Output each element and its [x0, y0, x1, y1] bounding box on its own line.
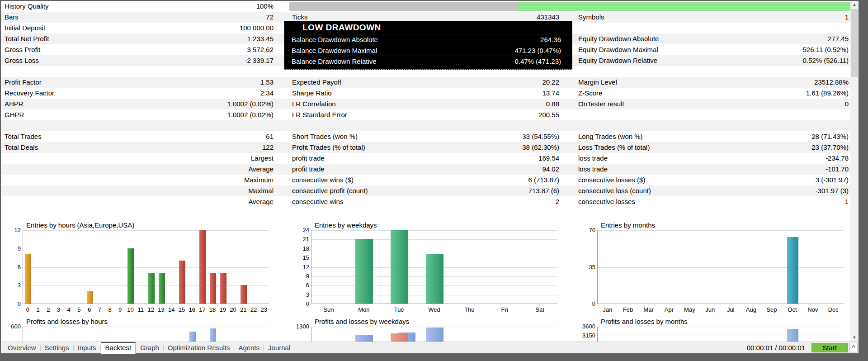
stat-cell: Margin Level23512.88% — [576, 77, 850, 88]
stat-cell: Gross Loss-2 339.17 — [1, 55, 289, 66]
chart-bar — [210, 273, 216, 304]
x-axis-tick-label: Thu — [460, 306, 478, 313]
stat-value: 526.11 (0.52%) — [803, 44, 849, 55]
tab-journal[interactable]: Journal — [264, 342, 294, 354]
chart-bar — [355, 239, 373, 304]
chart-bar — [210, 328, 216, 342]
overlay-row-label: Balance Drawdown Maximal — [292, 45, 377, 56]
stat-label: Total Net Profit — [5, 33, 49, 44]
stats-row: GHPR1.0002 (0.02%)LR Standard Error200.5… — [1, 109, 850, 120]
overlay-row: Balance Drawdown Absolute264.36 — [284, 34, 572, 45]
overlay-title: LOW DRAWDOWN — [284, 21, 572, 34]
stats-row: Averageconsecutive wins2consecutive loss… — [1, 196, 850, 207]
x-axis-tick-label: Apr — [660, 306, 678, 313]
x-axis-tick-label: Sun — [320, 306, 338, 313]
stat-label: Gross Profit — [5, 44, 40, 55]
stat-value: 20.22 — [542, 77, 559, 88]
tab-graph[interactable]: Graph — [136, 342, 163, 354]
scroll-up-icon[interactable]: ▲ — [850, 1, 859, 9]
x-axis-tick-label: Dec — [824, 306, 842, 313]
stat-value: Maximal — [248, 185, 274, 196]
y-axis-tick-label: 12 — [290, 264, 309, 271]
stat-cell: Bars72 — [1, 12, 289, 23]
stat-value: 23 (37.70%) — [811, 142, 849, 153]
chart-plot — [311, 230, 557, 304]
stat-cell — [576, 109, 850, 120]
stat-label: loss trade — [578, 164, 608, 175]
stat-cell: LR Standard Error200.55 — [289, 109, 576, 120]
overlay-row: Balance Drawdown Relative0.47% (471.23) — [284, 56, 572, 66]
tab-settings[interactable]: Settings — [41, 342, 73, 354]
stat-label: Loss Trades (% of total) — [578, 142, 650, 153]
stat-cell: Equity Drawdown Maximal526.11 (0.52%) — [576, 44, 850, 55]
stat-label: Sharpe Ratio — [292, 88, 332, 99]
stat-cell: Recovery Factor2.34 — [1, 88, 289, 99]
y-axis-tick-label: 3 — [2, 282, 21, 289]
stat-cell: consecutive loss (count)-301.97 (3) — [576, 185, 850, 196]
stat-value: 1.61 (89.26%) — [806, 88, 849, 99]
chart-bar — [189, 332, 196, 342]
overlay-row: Balance Drawdown Maximal471.23 (0.47%) — [284, 45, 572, 56]
y-axis-tick-label: 600 — [2, 323, 21, 330]
stats-row: Averageprofit trade94.02loss trade-101.7… — [1, 164, 850, 175]
stat-label: consecutive losses — [578, 196, 635, 207]
scrollbar-thumb[interactable] — [851, 9, 858, 77]
stat-label: Recovery Factor — [5, 88, 54, 99]
stat-cell: Equity Drawdown Absolute277.45 — [576, 33, 850, 44]
chart-bar — [426, 328, 443, 342]
stat-value: 2.34 — [260, 88, 274, 99]
tab-overview[interactable]: Overview — [4, 342, 40, 354]
stat-cell: History Quality100% — [1, 1, 289, 12]
stat-cell: Symbols1 — [576, 12, 850, 23]
stat-value: 23512.88% — [814, 77, 849, 88]
y-axis-tick-label: 3 — [290, 291, 309, 298]
x-axis-tick-label: Oct — [783, 306, 801, 313]
x-axis-tick-label: Mar — [640, 306, 658, 313]
x-axis-tick-label: Tue — [390, 306, 408, 313]
stats-row: Total Deals122Profit Trades (% of total)… — [1, 142, 850, 153]
x-axis-tick-label: Jun — [701, 306, 719, 313]
expand-panel-icon[interactable]: ^ — [849, 343, 858, 352]
stat-cell: Loss Trades (% of total)23 (37.70%) — [576, 142, 850, 153]
overlay-rows: Balance Drawdown Absolute264.36Balance D… — [284, 34, 572, 66]
stat-value: 28 (71.43%) — [811, 131, 849, 142]
stat-value: -234.78 — [826, 153, 849, 164]
chart-gridline — [598, 336, 844, 336]
stat-cell: Gross Profit3 572.62 — [1, 44, 289, 55]
stat-cell: Equity Drawdown Relative0.52% (526.11) — [576, 55, 850, 66]
stat-label: Margin Level — [578, 77, 617, 88]
tab-agents[interactable]: Agents — [234, 342, 264, 354]
x-axis-tick-label: Wed — [425, 306, 443, 313]
tab-backtest[interactable]: Backtest — [101, 342, 136, 354]
x-axis-tick-label: Jan — [599, 306, 617, 313]
stat-cell — [576, 120, 850, 131]
stat-value: 0 — [845, 99, 849, 109]
stat-cell — [1, 120, 289, 131]
stat-value: 1.53 — [260, 77, 274, 88]
stat-cell: Profit Trades (% of total)38 (62.30%) — [289, 142, 576, 153]
tab-bar: OverviewSettingsInputsBacktestGraphOptim… — [1, 342, 859, 353]
tab-inputs[interactable]: Inputs — [74, 342, 100, 354]
stat-cell: Average — [1, 196, 289, 207]
stat-value: 100% — [256, 1, 274, 12]
chart-plot — [23, 327, 269, 342]
chart-plot — [597, 230, 844, 304]
chart-title: Profits and losses by months — [601, 318, 688, 325]
stat-label: profit trade — [292, 164, 325, 175]
stat-cell: profit trade169.54 — [289, 153, 576, 164]
stat-label: Long Trades (won %) — [578, 131, 643, 142]
stat-label: Symbols — [578, 12, 604, 23]
tab-optimization-results[interactable]: Optimization Results — [164, 342, 234, 354]
vertical-scrollbar[interactable]: ▲ ▼ — [850, 1, 859, 342]
stat-label: Equity Drawdown Maximal — [578, 44, 658, 55]
stat-value: 169.54 — [538, 153, 559, 164]
stat-cell: Average — [1, 164, 289, 175]
stat-label: AHPR — [5, 99, 24, 109]
chart-bar — [87, 291, 93, 304]
x-axis-tick-label: Sat — [531, 306, 549, 313]
y-axis-tick-label: 3600 — [576, 323, 595, 330]
y-axis-tick-label: 35 — [576, 264, 595, 271]
scroll-down-icon[interactable]: ▼ — [850, 334, 859, 342]
start-button[interactable]: Start — [811, 343, 848, 352]
stat-label: Profit Factor — [5, 77, 42, 88]
